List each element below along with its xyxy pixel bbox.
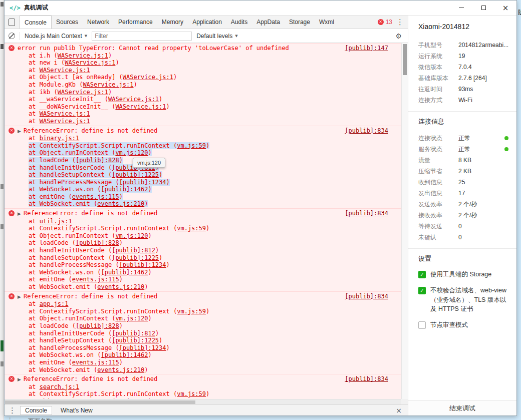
stack-source-link[interactable]: events.js:210: [97, 366, 144, 373]
stack-source-link[interactable]: [publib]:1225: [112, 337, 159, 344]
devtools-tab-sources[interactable]: Sources: [52, 16, 83, 29]
close-button[interactable]: ×: [494, 1, 516, 15]
maximize-button[interactable]: [472, 1, 494, 15]
end-debug-button[interactable]: 结束调试: [408, 400, 516, 415]
error-source-link[interactable]: [publib]:834: [345, 210, 401, 217]
setting-checkbox-row[interactable]: ✓使用工具端的 Storage: [418, 270, 509, 279]
stack-source-link[interactable]: [publib]:828: [76, 157, 119, 164]
stack-trace-line: at Object.runInContext (vm.js:120): [5, 149, 401, 157]
devtools-tab-network[interactable]: Network: [83, 16, 114, 29]
info-label: 连接方式: [418, 96, 458, 105]
stack-source-link[interactable]: WAService.js:1: [83, 81, 133, 88]
devtools-tab-application[interactable]: Application: [188, 16, 226, 29]
settings-gear-icon[interactable]: ⚙: [395, 32, 404, 40]
vertical-scrollbar-thumb[interactable]: [403, 44, 407, 75]
error-message-text: ReferenceError: define is not defined: [24, 210, 157, 217]
stack-source-link[interactable]: binary.js:1: [40, 135, 79, 142]
stack-source-link[interactable]: [publib]:1462: [101, 351, 148, 358]
stack-source-link[interactable]: WAService.js:1: [40, 67, 90, 74]
stack-source-link[interactable]: WAService.js:1: [65, 59, 115, 66]
stack-source-link[interactable]: events.js:115: [72, 276, 119, 283]
stack-source-link[interactable]: vm.js:59: [177, 225, 206, 232]
expand-triangle-icon[interactable]: ▶: [18, 210, 24, 218]
stack-trace-line: at __waServiceInit__ (WAService.js:1): [5, 96, 401, 103]
toolbar-divider: [20, 32, 20, 40]
connection-info-row: 等待发送0: [418, 221, 509, 232]
stack-trace-line: at new i (WAService.js:1): [5, 59, 401, 67]
expand-triangle-icon[interactable]: ▶: [18, 376, 24, 383]
console-vertical-scrollbar[interactable]: [401, 43, 408, 399]
stack-trace-line: at emitOne (events.js:115): [5, 276, 401, 283]
devtools-tab-appdata[interactable]: AppData: [252, 16, 285, 29]
stack-source-link[interactable]: events.js:210: [97, 200, 144, 207]
clear-console-icon[interactable]: [9, 33, 15, 39]
stack-source-link[interactable]: vm.js:120: [115, 315, 148, 322]
horizontal-scrollbar-thumb[interactable]: [5, 400, 195, 404]
stack-trace-line: at handleSetupContext ([publib]:1225): [5, 254, 401, 262]
console-horizontal-scrollbar[interactable]: [5, 399, 401, 404]
devtools-tab-storage[interactable]: Storage: [285, 16, 315, 29]
drawer-menu-icon[interactable]: ⋮: [9, 406, 16, 415]
devtools-tab-wxml[interactable]: Wxml: [315, 16, 339, 29]
drawer-close-icon[interactable]: ×: [396, 406, 404, 414]
stack-source-link[interactable]: [publib]:1234: [119, 344, 166, 351]
stack-trace-line: at Object.runInContext (vm.js:120): [5, 232, 401, 240]
stack-source-link[interactable]: vm.js:120: [115, 149, 148, 156]
error-source-link[interactable]: [publib]:147: [345, 45, 401, 52]
checkbox-icon[interactable]: [418, 321, 426, 329]
devtools-tab-console[interactable]: Console: [20, 16, 52, 29]
stack-source-link[interactable]: [publib]:1234: [119, 179, 166, 186]
stack-source-link[interactable]: WAService.js:1: [108, 96, 159, 103]
log-level-selector[interactable]: Default levels ▼: [196, 33, 237, 40]
stack-source-link[interactable]: [publib]:1225: [112, 171, 159, 178]
stack-trace-line: at WebSocket.ws.on ([publib]:1462): [5, 351, 401, 359]
stack-source-link[interactable]: events.js:115: [72, 193, 119, 200]
info-label: 流量: [418, 156, 458, 165]
stack-source-link[interactable]: search.js:1: [40, 383, 79, 390]
expand-triangle-icon[interactable]: ▶: [18, 128, 24, 135]
devtools-tab-memory[interactable]: Memory: [157, 16, 188, 29]
stack-source-link[interactable]: app.js:1: [40, 300, 69, 307]
stack-source-link[interactable]: WAService.js:1: [123, 74, 173, 81]
stack-source-link[interactable]: events.js:115: [72, 359, 119, 366]
setting-checkbox-row[interactable]: 节点审查模式: [418, 320, 509, 330]
error-source-link[interactable]: [publib]:834: [345, 127, 401, 135]
stack-source-link[interactable]: [publib]:1462: [101, 186, 148, 193]
error-source-link[interactable]: [publib]:834: [345, 293, 401, 300]
stack-source-link[interactable]: events.js:210: [97, 283, 144, 290]
drawer-tab-whats-new[interactable]: What's New: [56, 406, 97, 414]
device-inspect-icon[interactable]: [9, 19, 15, 26]
stack-source-link[interactable]: [publib]:812: [112, 247, 155, 254]
device-info-row: 运行系统19: [418, 51, 509, 62]
setting-label: 使用工具端的 Storage: [430, 270, 491, 279]
devtools-tab-performance[interactable]: Performance: [114, 16, 157, 29]
stack-source-link[interactable]: WAService.js:1: [40, 110, 90, 117]
filter-input[interactable]: [92, 32, 192, 41]
stack-source-link[interactable]: WAService.js:1: [115, 103, 166, 110]
stack-source-link[interactable]: [publib]:1234: [119, 261, 166, 268]
stack-source-link[interactable]: WAService.js:1: [40, 118, 90, 125]
error-source-link[interactable]: [publib]:834: [345, 375, 401, 383]
stack-source-link[interactable]: WAService.js:1: [58, 89, 108, 96]
stack-source-link[interactable]: util.js:1: [40, 218, 72, 225]
error-count-badge[interactable]: × 13: [378, 19, 392, 26]
stack-source-link[interactable]: [publib]:828: [76, 239, 119, 246]
stack-source-link[interactable]: vm.js:59: [177, 142, 206, 149]
setting-checkbox-row[interactable]: ✓不校验合法域名、web-view（业务域名）、TLS 版本以及 HTTPS 证…: [418, 286, 509, 314]
stack-source-link[interactable]: [publib]:812: [112, 330, 155, 337]
expand-triangle-icon[interactable]: ▶: [18, 293, 24, 301]
stack-source-link[interactable]: vm.js:59: [177, 390, 206, 397]
stack-source-link[interactable]: vm.js:59: [177, 308, 206, 315]
checkbox-icon[interactable]: ✓: [418, 271, 426, 278]
stack-source-link[interactable]: vm.js:120: [115, 232, 148, 239]
minimize-button[interactable]: [450, 1, 472, 15]
drawer-tab-console[interactable]: Console: [20, 406, 52, 415]
more-options-icon[interactable]: ⋮: [396, 18, 404, 27]
context-selector[interactable]: Node.js Main Context ▼: [25, 33, 87, 40]
stack-source-link[interactable]: [publib]:1462: [101, 269, 148, 276]
stack-source-link[interactable]: WAService.js:1: [58, 52, 108, 59]
stack-source-link[interactable]: [publib]:1225: [112, 254, 159, 261]
stack-source-link[interactable]: [publib]:828: [76, 322, 119, 329]
devtools-tab-audits[interactable]: Audits: [226, 16, 252, 29]
checkbox-icon[interactable]: ✓: [418, 287, 426, 294]
